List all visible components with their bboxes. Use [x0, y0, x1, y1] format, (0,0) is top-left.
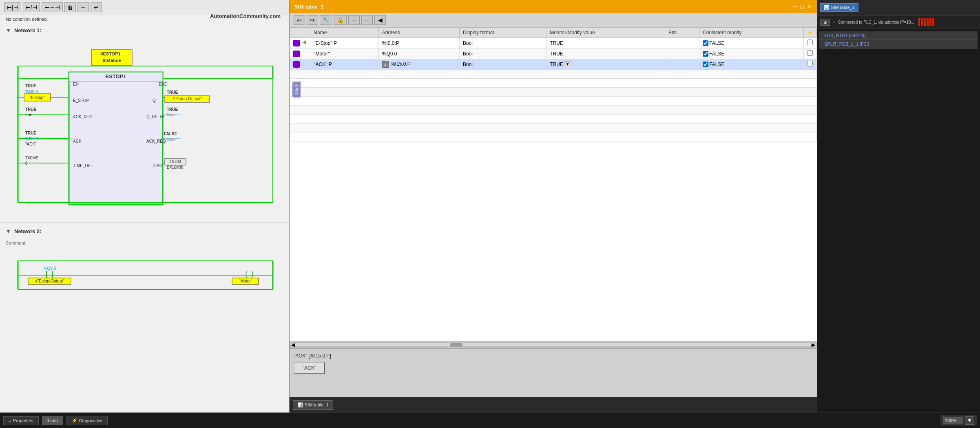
- scroll-thumb[interactable]: [450, 343, 462, 346]
- svg-text:E_STOP: E_STOP: [73, 98, 89, 103]
- sim-titlebar: SIM table_1 ─ □ ✕: [290, 0, 817, 13]
- fob-rtg1-item[interactable]: FOB_RTG1 [OB123]: [819, 31, 978, 40]
- fob-rtg1-text: FOB_RTG1 [OB123]: [824, 33, 865, 38]
- row1-flash-check[interactable]: [807, 40, 813, 45]
- taskbar-label: SIM table_1: [305, 402, 329, 407]
- row3-monitor[interactable]: TRUE ▼: [546, 59, 665, 70]
- toolbar-btn-contact-no[interactable]: ⊢|⊣: [4, 2, 21, 12]
- svg-text:ACK: ACK: [73, 139, 82, 143]
- svg-text:ACK_REQ: ACK_REQ: [146, 139, 166, 143]
- sim-tool-right-arrow[interactable]: →: [348, 15, 360, 25]
- toolbar-btn-contact-mid[interactable]: ⊢→⊣: [42, 2, 63, 12]
- scroll-track[interactable]: [295, 343, 812, 347]
- row3-flash-cell: [804, 59, 817, 70]
- row1-bits: [665, 38, 699, 49]
- row1-address: %I0.0:P: [378, 38, 459, 49]
- red-bar: [927, 18, 929, 26]
- row2-flash-cell: [804, 49, 817, 59]
- scroll-area[interactable]: ◀ ▶: [290, 341, 817, 348]
- svg-text:#"Estop-Output": #"Estop-Output": [35, 279, 64, 283]
- sim-tool-refresh[interactable]: ↩: [294, 15, 305, 25]
- toolbar-btn-return[interactable]: ↵: [91, 2, 102, 12]
- network2-comment: Comment: [6, 240, 283, 245]
- svg-text:"E-Stop": "E-Stop": [29, 95, 45, 100]
- row2-flash-check[interactable]: [807, 50, 813, 56]
- row2-name[interactable]: "Motor": [310, 49, 378, 59]
- scroll-right-btn[interactable]: ▶: [812, 342, 815, 348]
- sim-taskbar: 📊 SIM table_1: [290, 397, 817, 413]
- svg-text:%I15.0: %I15.0: [25, 137, 38, 141]
- connection-info: 🖥 ✓ Connected to PLC_1, via address IP=1…: [817, 15, 980, 29]
- svg-text:): ): [251, 270, 254, 278]
- row1-monitor[interactable]: TRUE: [546, 38, 665, 49]
- network1-section: ▼ Network 1: ......: [0, 22, 289, 218]
- svg-text:Q: Q: [153, 98, 156, 103]
- empty-row: [290, 106, 817, 115]
- empty-row: [290, 70, 817, 79]
- start-tab[interactable]: Start: [292, 82, 301, 97]
- row3-name[interactable]: "ACK":P: [310, 59, 378, 70]
- sim-tool-lock[interactable]: 🔒: [334, 15, 347, 25]
- modify-panel: "ACK" [%I15.0:P] "ACK": [290, 348, 817, 397]
- sim-tool-back[interactable]: ◀: [374, 15, 386, 25]
- info-tab[interactable]: ℹ Info: [42, 416, 63, 425]
- network2-label: Network 2:: [14, 228, 41, 234]
- scroll-left-btn[interactable]: ◀: [291, 342, 295, 348]
- sim-tool-settings[interactable]: 🔧: [320, 15, 332, 25]
- zoom-control: ▼: [940, 415, 977, 426]
- th-flash: ⚡: [804, 28, 817, 38]
- row1-name[interactable]: "E-Stop":P: [310, 38, 378, 49]
- sim-title: SIM table_1: [294, 4, 324, 10]
- red-bars-indicator: [918, 18, 934, 26]
- network1-dots: ......: [44, 28, 52, 33]
- sim-tool-forward[interactable]: ↪: [307, 15, 318, 25]
- row2-monitor[interactable]: TRUE: [546, 49, 665, 59]
- svg-text:DIAG: DIAG: [153, 163, 163, 168]
- svg-text:"Motor": "Motor": [239, 279, 252, 283]
- maximize-button[interactable]: □: [801, 3, 804, 10]
- taskbar-icon: 📊: [297, 402, 303, 408]
- sim-table-tab[interactable]: 📊 SIM table_1: [820, 3, 858, 12]
- close-button[interactable]: ✕: [807, 3, 812, 10]
- diagnostics-label: Diagnostics: [79, 418, 102, 423]
- start-tab-label: Start: [294, 85, 299, 94]
- row3-dropdown-btn[interactable]: ▼: [564, 61, 571, 67]
- svg-text:#ESTOP1_: #ESTOP1_: [100, 51, 123, 56]
- split-fob-item[interactable]: SPLIT_FOB_1_1 [FC3: [819, 40, 978, 49]
- row2-bits: [665, 49, 699, 59]
- row1-consistent-check[interactable]: [703, 40, 708, 46]
- row3-flash-check[interactable]: [807, 61, 813, 66]
- diagnostics-tab[interactable]: ⚡ Diagnostics: [66, 416, 108, 425]
- properties-tab[interactable]: ≡ Properties: [3, 416, 39, 425]
- red-bar: [932, 18, 934, 26]
- row2-consistent-check[interactable]: [703, 51, 708, 57]
- row1-consistent: FALSE: [699, 38, 804, 49]
- svg-text:Q_DELAY: Q_DELAY: [146, 115, 165, 119]
- connection-status-bar: 📊 SIM table_1: [817, 0, 980, 15]
- modify-ack-button[interactable]: "ACK": [294, 362, 325, 374]
- sim-tool-left-arrow[interactable]: ←: [361, 15, 373, 25]
- empty-row: [290, 124, 817, 132]
- row1-arrow: [303, 40, 306, 44]
- bottom-right: ▼: [940, 415, 977, 426]
- zoom-input[interactable]: [943, 417, 963, 424]
- network1-collapse[interactable]: ▼: [6, 27, 11, 33]
- row1-indicator-cell: [290, 38, 310, 49]
- minimize-button[interactable]: ─: [793, 3, 797, 10]
- row3-consistent-check[interactable]: [703, 62, 708, 67]
- svg-text:T#0MS: T#0MS: [25, 156, 39, 160]
- row3-consistent-cell: FALSE: [703, 62, 800, 67]
- toolbar-btn-right[interactable]: →: [77, 2, 89, 12]
- sim-taskbar-item[interactable]: 📊 SIM table_1: [293, 400, 333, 410]
- svg-text:→: →: [161, 95, 166, 100]
- zoom-dropdown-btn[interactable]: ▼: [965, 416, 974, 425]
- th-indicator: [290, 28, 310, 38]
- sim-table-area: Name Address Display format Monitor/Modi…: [290, 27, 817, 341]
- connected-text: Connected to PLC_1, via address IP=19...…: [838, 20, 916, 24]
- toolbar-btn-delete[interactable]: 🗑: [64, 2, 76, 12]
- toolbar-btn-contact-nc[interactable]: ⊢/⊣: [23, 2, 40, 12]
- sim-toolbar: ↩ ↪ 🔧 🔒 → ← ◀: [290, 13, 817, 27]
- watermark: AutomationCommunity.com: [210, 13, 281, 19]
- network2-collapse[interactable]: ▼: [6, 228, 11, 234]
- red-bar: [929, 18, 931, 26]
